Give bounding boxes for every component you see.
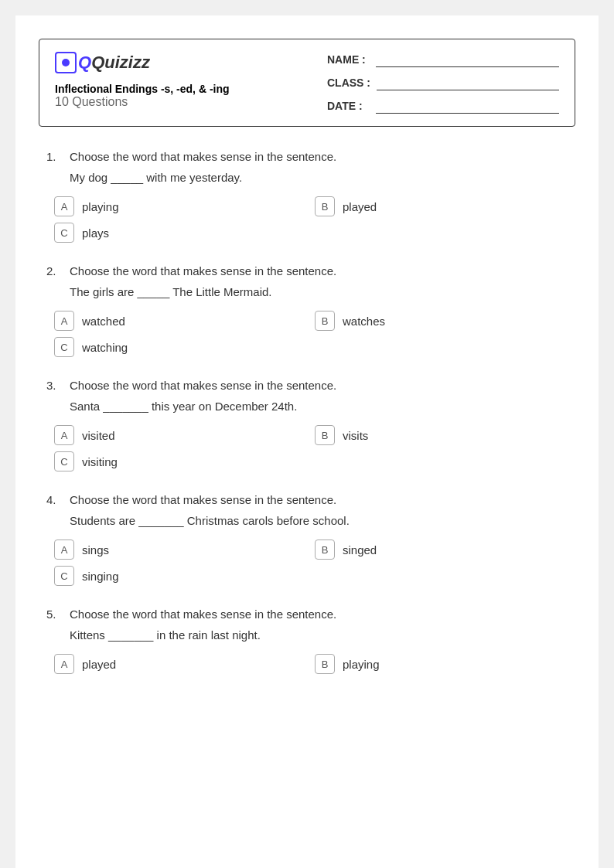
q4-option-a: A sings [54, 540, 307, 560]
q5-sentence: Kittens _______ in the rain last night. [70, 628, 568, 642]
q5-letter-b[interactable]: B [315, 654, 335, 674]
quiz-info: Inflectional Endings -s, -ed, & -ing 10 … [55, 83, 230, 109]
question-1: 1. Choose the word that makes sense in t… [46, 150, 568, 243]
q5-option-a: A played [54, 654, 307, 674]
name-label: NAME : [327, 53, 370, 66]
q3-letter-b[interactable]: B [315, 425, 335, 445]
q2-instruction: Choose the word that makes sense in the … [70, 264, 336, 277]
q2-header: 2. Choose the word that makes sense in t… [46, 264, 568, 277]
page: QQuizizz Inflectional Endings -s, -ed, &… [15, 15, 599, 868]
q3-letter-a[interactable]: A [54, 425, 74, 445]
header-box: QQuizizz Inflectional Endings -s, -ed, &… [39, 39, 575, 127]
q3-options: A visited B visits C visiting [54, 425, 568, 471]
q4-letter-a[interactable]: A [54, 540, 74, 560]
q2-options: A watched B watches C watching [54, 311, 568, 357]
q4-text-b: singed [343, 543, 377, 557]
q1-options: A playing B played C plays [54, 196, 568, 243]
logo: QQuizizz [55, 52, 230, 73]
questions-content: 1. Choose the word that makes sense in t… [39, 150, 575, 674]
q2-text-b: watches [343, 315, 385, 328]
logo-icon-inner [62, 59, 70, 66]
q2-text-a: watched [82, 315, 125, 328]
q5-letter-a[interactable]: A [54, 654, 74, 674]
q4-header: 4. Choose the word that makes sense in t… [46, 493, 568, 506]
q2-option-a: A watched [54, 311, 307, 331]
q5-text-b: playing [343, 658, 380, 671]
q5-text-a: played [82, 658, 116, 671]
q1-option-c: C plays [54, 223, 307, 243]
q3-instruction: Choose the word that makes sense in the … [70, 379, 336, 392]
question-5: 5. Choose the word that makes sense in t… [46, 608, 568, 674]
q2-sentence: The girls are _____ The Little Mermaid. [70, 285, 568, 298]
q2-letter-b[interactable]: B [315, 311, 335, 331]
q1-number: 1. [46, 150, 62, 163]
date-label: DATE : [327, 100, 370, 112]
q3-option-c: C visiting [54, 451, 307, 471]
q4-instruction: Choose the word that makes sense in the … [70, 493, 336, 506]
q1-letter-b[interactable]: B [315, 196, 335, 216]
q5-header: 5. Choose the word that makes sense in t… [46, 608, 568, 621]
q3-text-b: visits [343, 429, 368, 442]
q2-option-b: B watches [315, 311, 568, 331]
q4-letter-c[interactable]: C [54, 566, 74, 586]
q3-number: 3. [46, 379, 62, 392]
q1-letter-a[interactable]: A [54, 196, 74, 216]
q2-letter-c[interactable]: C [54, 337, 74, 357]
quiz-subtitle: 10 Questions [55, 95, 230, 109]
date-row: DATE : [327, 98, 559, 114]
q3-text-c: visiting [82, 455, 118, 468]
q5-number: 5. [46, 608, 62, 621]
q4-sentence: Students are _______ Christmas carols be… [70, 514, 568, 527]
q1-text-c: plays [82, 226, 109, 240]
form-fields: NAME : CLASS : DATE : [327, 52, 559, 114]
q1-letter-c[interactable]: C [54, 223, 74, 243]
logo-section: QQuizizz Inflectional Endings -s, -ed, &… [55, 52, 230, 109]
q4-letter-b[interactable]: B [315, 540, 335, 560]
question-3: 3. Choose the word that makes sense in t… [46, 379, 568, 471]
question-4: 4. Choose the word that makes sense in t… [46, 493, 568, 586]
q4-option-c: C singing [54, 566, 307, 586]
q3-option-b: B visits [315, 425, 568, 445]
q1-instruction: Choose the word that makes sense in the … [70, 150, 336, 163]
q4-text-c: singing [82, 570, 119, 583]
logo-q: Q [78, 53, 91, 72]
quiz-title: Inflectional Endings -s, -ed, & -ing [55, 83, 230, 95]
class-row: CLASS : [327, 75, 559, 90]
q1-option-b: B played [315, 196, 568, 216]
name-row: NAME : [327, 52, 559, 67]
q5-instruction: Choose the word that makes sense in the … [70, 608, 336, 621]
q1-option-a: A playing [54, 196, 307, 216]
q5-option-b: B playing [315, 654, 568, 674]
class-line[interactable] [377, 75, 559, 90]
q2-option-c: C watching [54, 337, 307, 357]
q1-sentence: My dog _____ with me yesterday. [70, 171, 568, 184]
q1-text-a: playing [82, 200, 119, 213]
question-2: 2. Choose the word that makes sense in t… [46, 264, 568, 357]
q1-text-b: played [343, 200, 377, 213]
q3-sentence: Santa _______ this year on December 24th… [70, 400, 568, 413]
q4-number: 4. [46, 493, 62, 506]
q1-header: 1. Choose the word that makes sense in t… [46, 150, 568, 163]
logo-text: QQuizizz [78, 53, 150, 73]
logo-icon [55, 52, 77, 73]
class-label: CLASS : [327, 77, 370, 89]
q2-text-c: watching [82, 341, 128, 354]
q3-header: 3. Choose the word that makes sense in t… [46, 379, 568, 392]
q4-options: A sings B singed C singing [54, 540, 568, 586]
q4-text-a: sings [82, 543, 109, 557]
q3-option-a: A visited [54, 425, 307, 445]
q4-option-b: B singed [315, 540, 568, 560]
date-line[interactable] [376, 98, 559, 114]
q3-letter-c[interactable]: C [54, 451, 74, 471]
q2-letter-a[interactable]: A [54, 311, 74, 331]
q2-number: 2. [46, 264, 62, 277]
q5-options: A played B playing [54, 654, 568, 674]
name-line[interactable] [376, 52, 559, 67]
q3-text-a: visited [82, 429, 115, 442]
